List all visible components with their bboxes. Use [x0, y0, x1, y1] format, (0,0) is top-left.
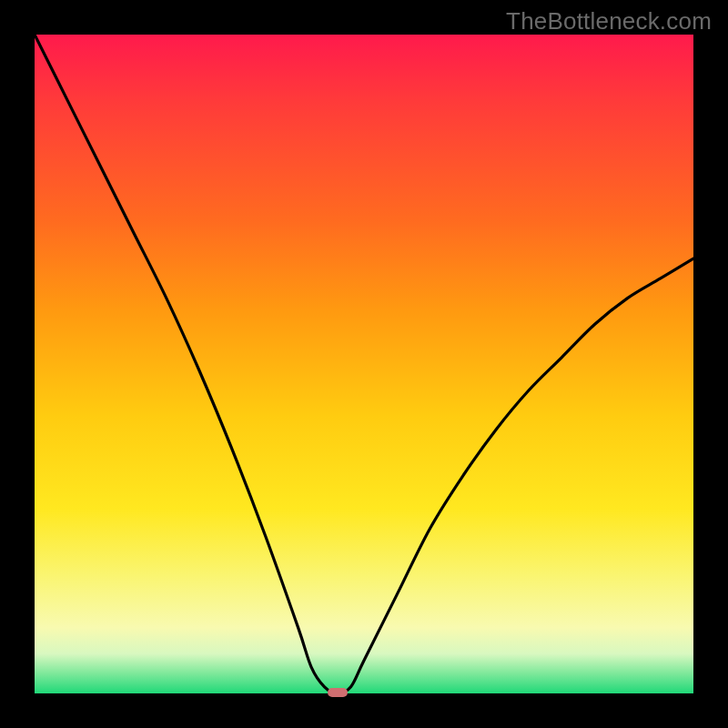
watermark-text: TheBottleneck.com [506, 7, 712, 35]
bottleneck-curve [35, 35, 693, 693]
plot-area [35, 35, 693, 693]
chart-container: TheBottleneck.com [0, 0, 728, 728]
minimum-bottleneck-marker [328, 688, 348, 697]
